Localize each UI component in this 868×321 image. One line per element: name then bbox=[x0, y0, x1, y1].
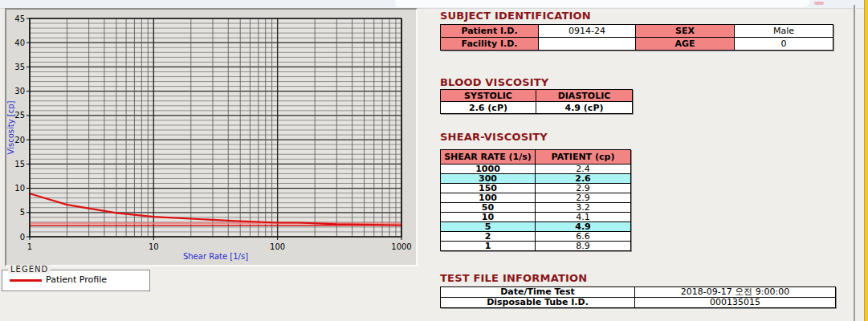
table-row: Disposable Tube I.D. 000135015 bbox=[441, 298, 836, 308]
patient-value-cell: 2.4 bbox=[536, 165, 631, 174]
facility-id-value-cell bbox=[539, 38, 636, 51]
table-row-highlighted: 3002.6 bbox=[441, 174, 631, 184]
table-row: Facility I.D. AGE 0 bbox=[441, 38, 833, 51]
patient-header-cell: PATIENT (cp) bbox=[536, 150, 631, 165]
shear-viscosity-table: SHEAR RATE (1/s) PATIENT (cp) 10002.4 30… bbox=[440, 149, 631, 251]
table-row: SHEAR RATE (1/s) PATIENT (cp) bbox=[441, 150, 631, 165]
table-row: 10002.4 bbox=[441, 165, 631, 174]
diastolic-value-cell: 4.9 (cP) bbox=[536, 102, 633, 114]
blood-viscosity-heading: BLOOD VISCOSITY bbox=[440, 76, 548, 88]
blood-viscosity-report-screen: 0510152025303540451101001000Shear Rate [… bbox=[0, 0, 868, 321]
window-top-tab bbox=[395, 0, 809, 7]
svg-text:30: 30 bbox=[14, 87, 25, 95]
table-row: 1002.9 bbox=[441, 193, 631, 203]
shear-viscosity-heading: SHEAR-VISCOSITY bbox=[440, 131, 548, 143]
shear-rate-cell: 2 bbox=[441, 232, 536, 242]
patient-value-cell: 6.6 bbox=[536, 232, 631, 242]
shear-rate-cell: 10 bbox=[441, 213, 536, 222]
table-row: SYSTOLIC DIASTOLIC bbox=[441, 90, 633, 102]
table-row: 26.6 bbox=[441, 232, 631, 242]
table-row: 2.6 (cP) 4.9 (cP) bbox=[441, 102, 633, 114]
test-file-information-heading: TEST FILE INFORMATION bbox=[440, 272, 587, 284]
table-row: 503.2 bbox=[441, 203, 631, 213]
date-time-test-value-cell: 2018-09-17 오전 9:00:00 bbox=[635, 287, 836, 298]
patient-value-cell: 3.2 bbox=[536, 203, 631, 213]
shear-rate-cell: 5 bbox=[441, 222, 536, 232]
patient-value-cell: 2.9 bbox=[536, 193, 631, 203]
table-row: 104.1 bbox=[441, 213, 631, 222]
svg-text:5: 5 bbox=[20, 208, 25, 217]
age-value-cell: 0 bbox=[735, 38, 833, 51]
table-row: 18.9 bbox=[441, 242, 631, 251]
shear-rate-cell: 100 bbox=[441, 193, 536, 203]
patient-value-cell: 4.1 bbox=[536, 213, 631, 222]
shear-viscosity-chart-panel: 0510152025303540451101001000Shear Rate [… bbox=[5, 8, 418, 266]
window-top-pink-mark bbox=[814, 2, 824, 5]
background-window-edge bbox=[864, 0, 868, 321]
svg-text:35: 35 bbox=[14, 63, 25, 71]
legend-entry-label: Patient Profile bbox=[46, 274, 107, 285]
date-time-test-label-cell: Date/Time Test bbox=[441, 287, 635, 298]
svg-text:Viscosity [cp]: Viscosity [cp] bbox=[6, 100, 15, 154]
svg-text:10: 10 bbox=[149, 242, 159, 251]
shear-rate-cell: 1 bbox=[441, 242, 536, 251]
table-row: Date/Time Test 2018-09-17 오전 9:00:00 bbox=[441, 287, 836, 298]
svg-text:15: 15 bbox=[14, 160, 25, 169]
patient-id-label-cell: Patient I.D. bbox=[441, 25, 539, 38]
svg-text:10: 10 bbox=[14, 184, 25, 193]
test-file-information-table: Date/Time Test 2018-09-17 오전 9:00:00 Dis… bbox=[440, 286, 836, 308]
patient-value-cell: 8.9 bbox=[536, 242, 631, 251]
patient-value-cell: 2.9 bbox=[536, 184, 631, 193]
patient-value-cell: 2.6 bbox=[536, 174, 631, 184]
window-right-border-highlight bbox=[855, 5, 856, 321]
legend-line-swatch bbox=[10, 279, 42, 282]
sex-value-cell: Male bbox=[735, 25, 833, 38]
shear-rate-cell: 1000 bbox=[441, 165, 536, 174]
diastolic-header-cell: DIASTOLIC bbox=[536, 90, 633, 102]
legend-title: LEGEND bbox=[8, 265, 51, 274]
table-row: Patient I.D. 0914-24 SEX Male bbox=[441, 25, 833, 38]
table-row-highlighted: 54.9 bbox=[441, 222, 631, 232]
shear-viscosity-chart: 0510152025303540451101001000Shear Rate [… bbox=[6, 10, 416, 265]
age-label-cell: AGE bbox=[636, 38, 735, 51]
patient-id-value-cell: 0914-24 bbox=[539, 25, 636, 38]
subject-identification-heading: SUBJECT IDENTIFICATION bbox=[440, 10, 591, 22]
shear-rate-cell: 300 bbox=[441, 174, 536, 184]
svg-text:1: 1 bbox=[27, 242, 32, 251]
svg-text:Shear Rate [1/s]: Shear Rate [1/s] bbox=[183, 252, 248, 261]
legend-box: LEGEND Patient Profile bbox=[2, 270, 150, 291]
facility-id-label-cell: Facility I.D. bbox=[441, 38, 539, 51]
svg-text:25: 25 bbox=[14, 111, 25, 120]
shear-rate-cell: 150 bbox=[441, 184, 536, 193]
svg-text:100: 100 bbox=[270, 242, 285, 251]
svg-text:40: 40 bbox=[14, 39, 25, 47]
svg-text:20: 20 bbox=[14, 136, 25, 144]
systolic-header-cell: SYSTOLIC bbox=[441, 90, 536, 102]
shear-rate-cell: 50 bbox=[441, 203, 536, 213]
table-row: 1502.9 bbox=[441, 184, 631, 193]
svg-text:0: 0 bbox=[20, 233, 25, 242]
subject-identification-table: Patient I.D. 0914-24 SEX Male Facility I… bbox=[440, 24, 833, 51]
patient-value-cell: 4.9 bbox=[536, 222, 631, 232]
shear-rate-header-cell: SHEAR RATE (1/s) bbox=[441, 150, 536, 165]
disposable-tube-id-value-cell: 000135015 bbox=[635, 298, 836, 308]
disposable-tube-id-label-cell: Disposable Tube I.D. bbox=[441, 298, 635, 308]
svg-text:1000: 1000 bbox=[391, 242, 411, 251]
svg-text:45: 45 bbox=[14, 14, 25, 23]
shear-viscosity-plot: 0510152025303540451101001000Shear Rate [… bbox=[6, 10, 416, 265]
sex-label-cell: SEX bbox=[636, 25, 735, 38]
blood-viscosity-table: SYSTOLIC DIASTOLIC 2.6 (cP) 4.9 (cP) bbox=[440, 89, 633, 114]
systolic-value-cell: 2.6 (cP) bbox=[441, 102, 536, 114]
